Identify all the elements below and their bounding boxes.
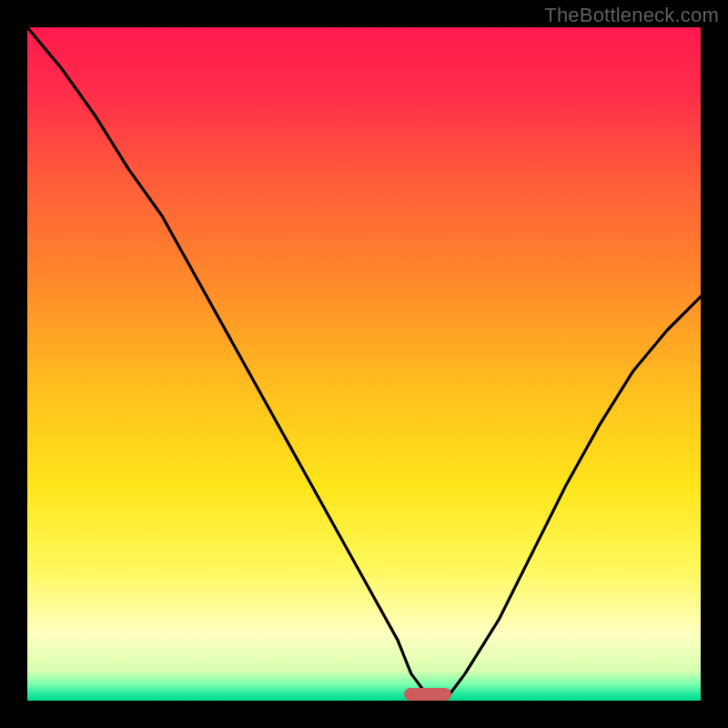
plot-area xyxy=(27,27,701,701)
chart-frame: TheBottleneck.com xyxy=(0,0,728,728)
bottleneck-curve xyxy=(27,27,701,701)
optimal-range-marker xyxy=(404,688,451,701)
watermark-label: TheBottleneck.com xyxy=(544,4,719,27)
